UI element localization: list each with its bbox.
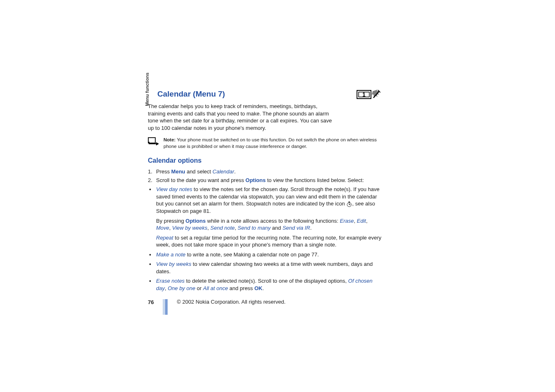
- page-content: 1 Calendar (Menu 7) The calendar helps y…: [148, 90, 382, 315]
- note-arrow-icon: [148, 137, 159, 146]
- intro-paragraph: The calendar helps you to keep track of …: [148, 103, 333, 131]
- repeat-para: Repeat to set a regular time period for …: [148, 234, 382, 249]
- bullet-erase-notes: Erase notes to delete the selected note(…: [148, 277, 382, 292]
- make-note-term: Make a note: [156, 251, 186, 258]
- subsection-title: Calendar options: [148, 157, 382, 164]
- copyright-text: © 2002 Nokia Corporation. All rights res…: [177, 299, 286, 305]
- all-at-once-term: All at once: [203, 285, 228, 291]
- note-label: Note:: [164, 137, 175, 142]
- bullet-view-day-notes: View day notes to view the notes set for…: [148, 186, 382, 214]
- page-title: Calendar (Menu 7): [157, 90, 382, 99]
- svg-text:1: 1: [362, 91, 366, 98]
- ok-key: OK: [254, 285, 263, 291]
- options-key: Options: [246, 177, 266, 183]
- view-by-weeks-term-2: View by weeks: [156, 261, 191, 267]
- calendar-menu-icon: 1: [356, 89, 384, 100]
- options-list: View day notes to view the notes set for…: [148, 186, 382, 214]
- erase-term: Erase: [340, 218, 354, 224]
- erase-notes-term: Erase notes: [156, 278, 184, 284]
- options-key-2: Options: [186, 218, 206, 224]
- send-to-many-term: Send to many: [238, 225, 271, 231]
- note-body: Your phone must be switched on to use th…: [164, 137, 377, 149]
- note-text: Note: Your phone must be switched on to …: [164, 136, 382, 150]
- options-list-cont: Make a note to write a note, see Making …: [148, 251, 382, 292]
- one-by-one-term: One by one: [168, 285, 195, 291]
- page-footer: 76 © 2002 Nokia Corporation. All rights …: [148, 299, 382, 315]
- options-functions-para: By pressing Options while in a note alll…: [148, 217, 382, 232]
- menu-key: Menu: [171, 168, 185, 175]
- bullet-view-by-weeks: View by weeks to view calendar showing t…: [148, 261, 382, 275]
- step-2: Scroll to the date you want and press Op…: [148, 177, 382, 183]
- steps-list: Press Menu and select Calendar. Scroll t…: [148, 168, 382, 183]
- bullet-make-note: Make a note to write a note, see Making …: [148, 251, 382, 258]
- send-via-ir-term: Send via IR: [283, 225, 310, 231]
- stopwatch-icon: [346, 201, 352, 207]
- calendar-term: Calendar: [212, 168, 234, 175]
- view-by-weeks-term: View by weeks: [172, 225, 207, 231]
- page-number: 76: [148, 299, 154, 305]
- send-note-term: Send note: [210, 225, 235, 231]
- step-1: Press Menu and select Calendar.: [148, 168, 382, 175]
- note-box: Note: Your phone must be switched on to …: [148, 136, 382, 150]
- repeat-term: Repeat: [156, 235, 173, 241]
- view-day-notes-term: View day notes: [156, 186, 192, 192]
- move-term: Move: [156, 225, 169, 231]
- footer-bars-icon: [163, 299, 168, 315]
- edit-term: Edit: [357, 218, 366, 224]
